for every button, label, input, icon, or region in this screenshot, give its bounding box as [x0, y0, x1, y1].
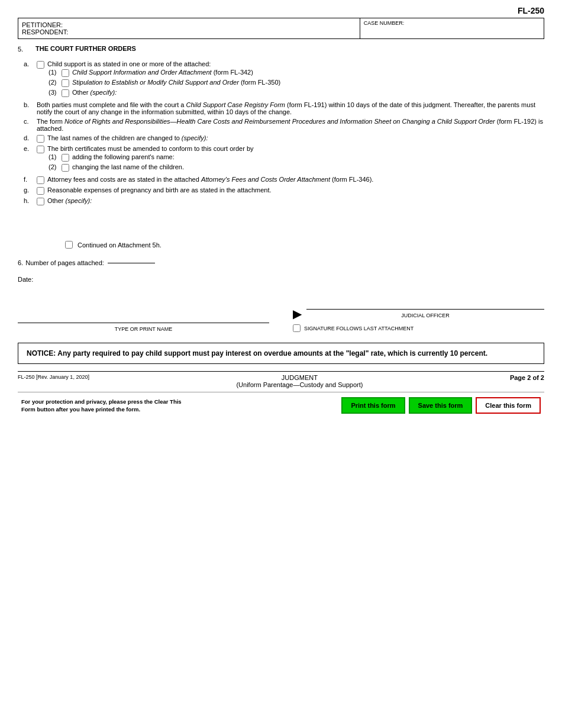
e-sub-1-text: adding the following parent's name: [72, 153, 175, 160]
footer-page: Page 2 of 2 [510, 374, 544, 381]
sub-1-text: Child Support Information and Order Atta… [72, 69, 253, 76]
checkbox-h[interactable] [37, 198, 44, 205]
e-sub-num-1: (1) [49, 153, 62, 160]
item-a-sub-3: (3) Other (specify): [49, 89, 544, 97]
save-button[interactable]: Save this form [409, 397, 473, 414]
item-c-content: The form Notice of Rights and Responsibi… [37, 118, 544, 132]
header-table: PETITIONER: RESPONDENT: CASE NUMBER: [18, 18, 544, 39]
privacy-text: For your protection and privacy, please … [21, 398, 187, 414]
sub-3-text: Other (specify): [72, 89, 117, 96]
case-number-input[interactable] [364, 26, 540, 33]
case-number-label: CASE NUMBER: [364, 20, 540, 26]
item-a-sub-2: (2) Stipulation to Establish or Modify C… [49, 79, 544, 87]
item-b-text: Both parties must complete and file with… [37, 101, 535, 115]
petitioner-label: PETITIONER: [22, 21, 356, 28]
pages-attached-line [108, 263, 155, 263]
item-b: b. Both parties must complete and file w… [18, 101, 544, 115]
item-e-text: The birth certificates must be amended t… [47, 145, 254, 152]
item-e-content: The birth certificates must be amended t… [37, 145, 544, 173]
checkbox-a[interactable] [37, 61, 44, 69]
item-e-letter: e. [24, 145, 37, 152]
item-h-text: Other (specify): [47, 197, 92, 204]
item-a: a. Child support is as stated in one or … [18, 60, 544, 99]
sig-left-block: TYPE OR PRINT NAME [18, 323, 269, 332]
item-e: e. The birth certificates must be amende… [18, 145, 544, 173]
item-h: h. Other (specify): [18, 197, 544, 205]
checkbox-sig-follows[interactable] [293, 324, 301, 332]
footer-revision: FL-250 [Rev. January 1, 2020] [18, 374, 89, 380]
sig-follows-text: SIGNATURE FOLLOWS LAST ATTACHMENT [304, 326, 414, 331]
judicial-officer-row: ▶ JUDICIAL OFFICER [293, 307, 544, 321]
notice-box: NOTICE: Any party required to pay child … [18, 343, 544, 364]
judicial-officer-text: JUDICIAL OFFICER [401, 313, 450, 318]
item-c-text: The form Notice of Rights and Responsibi… [37, 118, 543, 132]
item-h-letter: h. [24, 197, 37, 204]
item-e-sub-2: (2) changing the last name of the childr… [49, 163, 544, 172]
item-g: g. Reasonable expenses of pregnancy and … [18, 186, 544, 195]
item-g-text: Reasonable expenses of pregnancy and bir… [47, 186, 272, 194]
item-f-content: Attorney fees and costs are as stated in… [37, 176, 544, 184]
checkbox-f[interactable] [37, 176, 44, 184]
item-g-content: Reasonable expenses of pregnancy and bir… [37, 186, 544, 195]
signature-section: TYPE OR PRINT NAME ▶ JUDICIAL OFFICER SI… [18, 307, 544, 332]
section-5-number: 5. [18, 45, 35, 56]
checkbox-e[interactable] [37, 146, 44, 153]
item-d-text: The last names of the children are chang… [47, 134, 208, 141]
checkbox-g[interactable] [37, 187, 44, 195]
item-a-sub: (1) Child Support Information and Order … [37, 69, 544, 97]
action-buttons: Print this form Save this form Clear thi… [341, 397, 541, 414]
notice-text: NOTICE: Any party required to pay child … [27, 349, 535, 357]
sub-num-3: (3) [49, 89, 62, 96]
item-h-content: Other (specify): [37, 197, 544, 205]
item-e-sub-1: (1) adding the following parent's name: [49, 153, 544, 162]
section-6-number: 6. [18, 259, 23, 266]
date-label: Date: [18, 276, 33, 283]
respondent-label: RESPONDENT: [22, 28, 356, 36]
e-sub-2-text: changing the last name of the children. [72, 163, 184, 170]
checkbox-e2[interactable] [62, 164, 69, 172]
item-a-content: Child support is as stated in one or mor… [37, 60, 544, 99]
item-b-content: Both parties must complete and file with… [37, 101, 544, 115]
sub-num-1: (1) [49, 69, 62, 76]
section-5-header: 5. THE COURT FURTHER ORDERS [18, 45, 544, 56]
date-section: Date: [18, 276, 544, 283]
action-bar: For your protection and privacy, please … [18, 392, 544, 418]
item-f-letter: f. [24, 176, 37, 183]
item-d-content: The last names of the children are chang… [37, 134, 544, 143]
clear-button[interactable]: Clear this form [476, 397, 541, 414]
item-a-sub-1: (1) Child Support Information and Order … [49, 69, 544, 77]
item-c-letter: c. [24, 118, 37, 125]
print-button[interactable]: Print this form [341, 397, 405, 414]
item-d-letter: d. [24, 134, 37, 141]
checkbox-continued[interactable] [65, 241, 73, 249]
item-c: c. The form Notice of Rights and Respons… [18, 118, 544, 132]
item-a-text: Child support is as stated in one or mor… [47, 60, 211, 67]
item-f-text: Attorney fees and costs are as stated in… [47, 176, 373, 183]
section-6-label: Number of pages attached: [25, 259, 104, 266]
item-b-letter: b. [24, 101, 37, 108]
continued-text: Continued on Attachment 5h. [77, 241, 162, 249]
judicial-officer-label: JUDICIAL OFFICER [306, 309, 544, 318]
checkbox-e1[interactable] [62, 154, 69, 162]
checkbox-a1[interactable] [62, 69, 69, 77]
checkbox-a3[interactable] [62, 89, 69, 97]
item-a-letter: a. [24, 60, 37, 67]
sig-follows-row: SIGNATURE FOLLOWS LAST ATTACHMENT [293, 324, 544, 332]
checkbox-d[interactable] [37, 135, 44, 143]
footer-meta-row: FL-250 [Rev. January 1, 2020] JUDGMENT (… [18, 371, 544, 388]
item-d: d. The last names of the children are ch… [18, 134, 544, 143]
sig-right-block: ▶ JUDICIAL OFFICER SIGNATURE FOLLOWS LAS… [293, 307, 544, 332]
section-5-title: THE COURT FURTHER ORDERS [35, 45, 136, 52]
arrow-icon: ▶ [293, 307, 302, 321]
section-5: 5. THE COURT FURTHER ORDERS a. Child sup… [18, 45, 544, 205]
type-or-print-label: TYPE OR PRINT NAME [18, 323, 269, 332]
checkbox-a2[interactable] [62, 79, 69, 87]
judgment-subtitle: (Uniform Parentage—Custody and Support) [236, 381, 363, 388]
item-e-sub: (1) adding the following parent's name: … [37, 153, 544, 172]
e-sub-num-2: (2) [49, 163, 62, 170]
case-number-value[interactable] [364, 26, 540, 37]
section-6: 6. Number of pages attached: [18, 259, 544, 266]
page: FL-250 PETITIONER: RESPONDENT: CASE NUMB… [0, 0, 562, 728]
footer-center: JUDGMENT (Uniform Parentage—Custody and … [236, 374, 363, 388]
continued-row: Continued on Attachment 5h. [18, 241, 544, 249]
